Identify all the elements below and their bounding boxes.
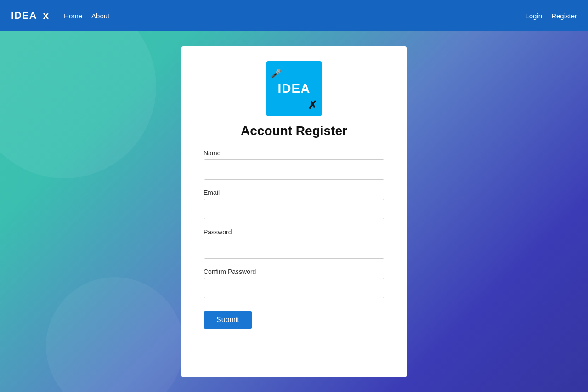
confirm-password-label: Confirm Password — [204, 268, 384, 275]
password-input[interactable] — [204, 239, 384, 259]
password-group: Password — [204, 228, 384, 259]
nav-about[interactable]: About — [91, 12, 109, 20]
background: 🎤 IDEA ✗ Account Register Name Email Pas… — [0, 31, 588, 392]
logo-container: 🎤 IDEA ✗ — [204, 61, 384, 116]
register-card: 🎤 IDEA ✗ Account Register Name Email Pas… — [181, 46, 407, 377]
nav-home[interactable]: Home — [64, 12, 82, 20]
navbar: IDEA_x Home About Login Register — [0, 0, 588, 31]
nav-login[interactable]: Login — [525, 12, 542, 20]
email-label: Email — [204, 189, 384, 196]
name-input[interactable] — [204, 159, 384, 180]
logo-box: 🎤 IDEA ✗ — [266, 61, 322, 116]
name-label: Name — [204, 149, 384, 157]
navbar-right: Login Register — [525, 12, 577, 20]
navbar-brand[interactable]: IDEA_x — [11, 10, 49, 22]
navbar-nav: Home About — [64, 12, 109, 20]
confirm-password-input[interactable] — [204, 278, 384, 298]
logo-icon: 🎤 — [271, 68, 281, 79]
email-input[interactable] — [204, 199, 384, 219]
password-label: Password — [204, 228, 384, 236]
logo-main-text: IDEA — [278, 81, 311, 96]
email-group: Email — [204, 189, 384, 219]
confirm-password-group: Confirm Password — [204, 268, 384, 298]
nav-register[interactable]: Register — [551, 12, 577, 20]
logo-x: ✗ — [308, 99, 317, 112]
submit-button[interactable]: Submit — [204, 311, 252, 329]
navbar-left: IDEA_x Home About — [11, 10, 109, 22]
page-title: Account Register — [204, 124, 384, 138]
name-group: Name — [204, 149, 384, 180]
